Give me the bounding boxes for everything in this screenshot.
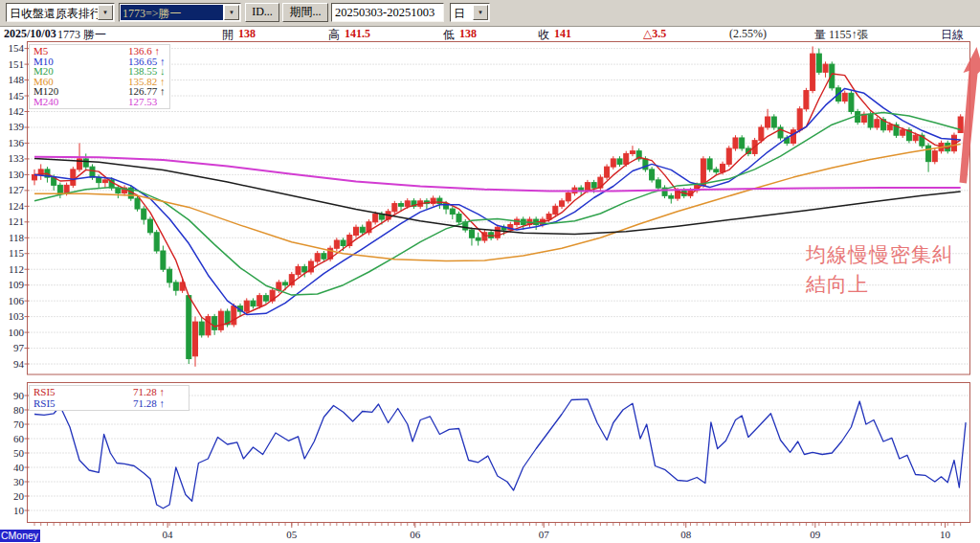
candle-up	[797, 109, 802, 130]
x-axis-month-label: 04	[163, 529, 174, 540]
candle-down	[135, 198, 140, 209]
candle-down	[656, 180, 660, 188]
x-axis-month-label: 07	[539, 529, 550, 540]
candle-up	[611, 159, 615, 167]
price-axis-label: 139	[9, 121, 25, 132]
candle-up	[218, 311, 223, 329]
ma-legend-row-label: M5	[33, 46, 48, 57]
price-axis-label: 133	[9, 152, 25, 164]
price-axis-label: 106	[9, 295, 25, 306]
price-axis-label: 103	[9, 310, 25, 322]
price-axis-label: 142	[9, 105, 25, 117]
cmoney-watermark: CMoney	[0, 530, 40, 542]
x-axis-month-label: 09	[810, 529, 821, 540]
candle-down	[849, 93, 854, 111]
candle-up	[102, 180, 107, 183]
candle-down	[650, 170, 655, 180]
ma-legend-row-value: 136.6 ↑	[128, 46, 160, 57]
x-axis-month-label: 10	[940, 529, 951, 540]
stock-chart-app: 1541511481451421391361331301271241211181…	[0, 0, 980, 543]
candle-up	[823, 64, 828, 72]
candle-down	[771, 117, 776, 127]
price-axis-label: 124	[9, 200, 25, 212]
rsi-axis-label: 20	[13, 490, 25, 502]
candle-up	[206, 317, 211, 335]
rsi-legend-row-label: RSI5	[33, 398, 56, 410]
candle-down	[167, 269, 172, 283]
candle-down	[322, 254, 326, 259]
candle-down	[816, 54, 821, 72]
candle-up	[392, 204, 397, 212]
candle-up	[566, 193, 570, 201]
rsi-axis-label: 50	[13, 447, 25, 459]
price-axis-label: 97	[13, 342, 25, 353]
candle-down	[399, 204, 404, 207]
price-axis-label: 148	[9, 74, 25, 85]
candle-down	[450, 209, 455, 214]
x-axis-month-label: 08	[680, 529, 692, 540]
candle-down	[714, 170, 719, 172]
rsi-axis-label: 30	[13, 476, 25, 487]
trend-annotation: 均線慢慢密集糾 結向上	[806, 239, 953, 299]
candle-up	[405, 201, 410, 206]
candle-down	[199, 322, 204, 335]
candle-up	[193, 322, 198, 356]
candle-down	[591, 183, 596, 188]
stock-dropdown-value: 1773=>勝一	[122, 6, 182, 22]
candle-up	[932, 151, 937, 162]
price-axis-label: 151	[9, 58, 25, 70]
price-axis-label: 121	[9, 215, 25, 227]
candle-down	[283, 283, 288, 285]
candle-up	[553, 206, 558, 214]
candle-down	[926, 146, 931, 161]
candle-up	[733, 138, 738, 148]
price-axis-label: 94	[13, 358, 25, 370]
price-axis-label: 109	[9, 279, 25, 290]
candle-up	[373, 215, 378, 222]
candle-up	[842, 93, 847, 101]
candle-up	[811, 54, 815, 90]
rsi-legend-row: RSI571.28 ↑	[33, 398, 186, 410]
price-axis-label: 136	[9, 137, 25, 148]
price-axis-label: 118	[9, 232, 25, 243]
ma-legend-row-label: M240	[33, 97, 58, 107]
rsi-legend: RSI571.28 ↑RSI571.28 ↑	[29, 385, 189, 411]
candle-down	[469, 230, 474, 238]
candle-down	[57, 185, 62, 192]
candle-up	[257, 296, 262, 306]
candle-down	[263, 296, 268, 301]
price-axis-label: 145	[9, 90, 25, 102]
rsi-legend-row: RSI571.28 ↑	[33, 387, 186, 398]
rsi-axis-label: 10	[13, 505, 25, 516]
candle-up	[64, 185, 69, 192]
rsi-axis-label: 90	[13, 390, 25, 401]
rsi-line	[34, 399, 966, 509]
candle-down	[251, 301, 256, 305]
ma-legend: M5136.6 ↑M10136.65 ↑M20138.55 ↓M60135.82…	[29, 44, 170, 109]
ma-line-m240	[34, 157, 961, 192]
candle-down	[83, 159, 88, 167]
trend-annotation-line1: 均線慢慢密集糾	[806, 239, 953, 269]
price-axis-label: 130	[9, 169, 25, 180]
candle-down	[90, 167, 95, 177]
candle-down	[360, 227, 365, 232]
candle-up	[721, 164, 725, 171]
candle-down	[173, 283, 178, 290]
ma-legend-row-value: 127.53	[128, 97, 157, 107]
candle-up	[560, 201, 565, 206]
candle-up	[701, 159, 705, 185]
candle-up	[766, 117, 770, 127]
candle-up	[354, 227, 359, 235]
candle-up	[887, 124, 892, 129]
candle-up	[296, 266, 301, 274]
candle-up	[546, 215, 551, 219]
candle-down	[643, 159, 648, 170]
rsi-legend-row-value: 71.28 ↑	[133, 387, 165, 398]
ma-legend-row: M240127.53	[33, 97, 167, 107]
candle-down	[856, 112, 860, 123]
candle-up	[901, 130, 905, 135]
price-axis-label: 154	[9, 42, 25, 54]
candle-up	[585, 183, 590, 191]
candle-up	[791, 130, 795, 144]
rsi-axis-label: 80	[13, 404, 25, 416]
